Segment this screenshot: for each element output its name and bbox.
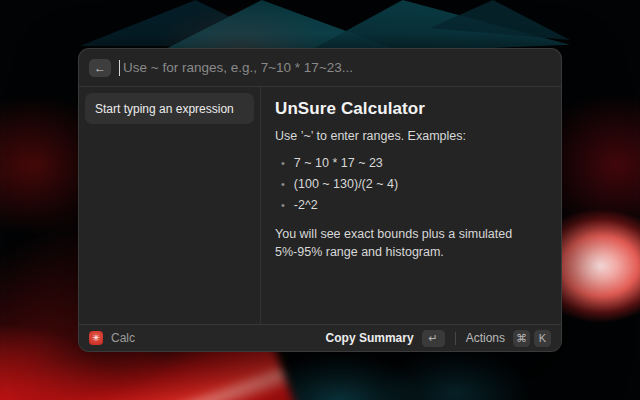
calc-app-icon: ✳ (89, 331, 103, 345)
example-expression: -2^2 (294, 195, 318, 216)
example-expression: 7 ~ 10 * 17 ~ 23 (294, 153, 383, 174)
back-button[interactable]: ← (89, 59, 111, 77)
actions-button[interactable]: Actions (466, 331, 505, 345)
example-expression: (100 ~ 130)/(2 ~ 4) (294, 174, 398, 195)
text-caret (119, 60, 120, 76)
results-list: Start typing an expression (79, 87, 261, 324)
list-item-selected[interactable]: Start typing an expression (85, 93, 254, 124)
detail-intro-text: Use ’~’ to enter ranges. Examples: (275, 129, 545, 143)
bullet-icon: • (281, 153, 285, 174)
detail-panel: UnSure Calculator Use ’~’ to enter range… (261, 87, 561, 324)
example-item: • 7 ~ 10 * 17 ~ 23 (275, 153, 545, 174)
action-bar: ✳ Calc Copy Summary ↵ Actions ⌘ K (79, 324, 561, 351)
enter-key-icon: ↵ (422, 330, 445, 347)
example-item: • -2^2 (275, 195, 545, 216)
search-bar: ← (79, 49, 561, 87)
example-item: • (100 ~ 130)/(2 ~ 4) (275, 174, 545, 195)
app-name-label: Calc (111, 331, 135, 345)
command-key-icon: ⌘ (513, 330, 530, 347)
k-key-icon: K (534, 330, 551, 347)
example-list: • 7 ~ 10 * 17 ~ 23 • (100 ~ 130)/(2 ~ 4)… (275, 153, 545, 216)
detail-title: UnSure Calculator (275, 99, 545, 119)
window-body: Start typing an expression UnSure Calcul… (79, 87, 561, 324)
bullet-icon: • (281, 195, 285, 216)
footer-divider (455, 332, 456, 345)
list-item-label: Start typing an expression (95, 102, 234, 116)
search-input[interactable] (123, 60, 549, 75)
actions-shortcut: ⌘ K (513, 330, 551, 347)
detail-outro-text: You will see exact bounds plus a simulat… (275, 225, 545, 261)
copy-summary-button[interactable]: Copy Summary (326, 331, 414, 345)
launcher-window: ← Start typing an expression UnSure Calc… (78, 48, 562, 352)
bullet-icon: • (281, 174, 285, 195)
